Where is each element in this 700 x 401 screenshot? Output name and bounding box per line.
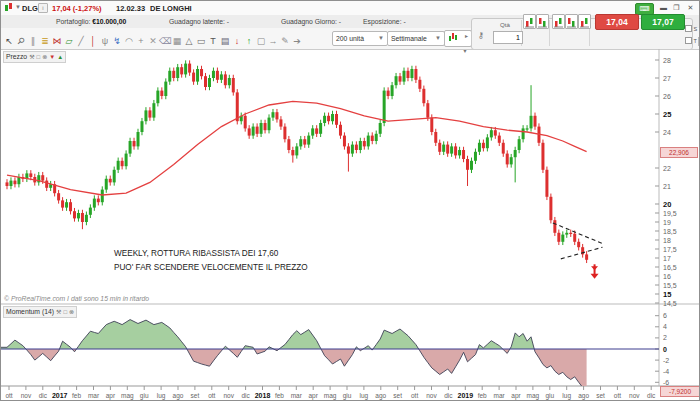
sell-limit-order-icon[interactable] xyxy=(523,14,536,29)
close-panel-icon[interactable]: ⊗ xyxy=(42,54,47,60)
chart-annotation-text: WEEKLY, ROTTURA RIBASSISTA DEI 17,60 PUO… xyxy=(114,247,308,274)
selection-zone-tool-icon[interactable]: ▢ xyxy=(255,33,267,49)
svg-text:14,5: 14,5 xyxy=(663,300,677,307)
annotation-tool-icon[interactable]: ▤ xyxy=(219,33,231,49)
sell-arrow-tool-icon[interactable]: ↓ xyxy=(231,33,243,49)
close-button[interactable]: ✕ xyxy=(685,3,696,12)
chevron-down-icon[interactable]: ▼ xyxy=(15,4,21,10)
triangle-pattern-tool-icon[interactable]: ⋈ xyxy=(51,33,63,49)
svg-text:28: 28 xyxy=(663,57,671,64)
svg-text:apr: apr xyxy=(106,392,116,400)
instrument-info-icon[interactable]: i xyxy=(38,3,48,13)
svg-text:set: set xyxy=(596,392,605,399)
svg-text:16: 16 xyxy=(663,273,671,280)
buy-limit-order-icon[interactable] xyxy=(536,14,549,29)
move-up-icon[interactable]: ▲ xyxy=(57,54,63,60)
price-panel-tag[interactable]: Prezzo⚒□⊗▼▲ xyxy=(3,51,66,63)
date-axis[interactable]: ottnovdic2017febmaraprmaggiulugagosetott… xyxy=(5,386,656,400)
quantity-input[interactable] xyxy=(493,31,523,44)
move-down-icon[interactable]: ▼ xyxy=(49,54,55,60)
collapse-trade-panel-icon[interactable]: ▸ xyxy=(465,32,468,39)
trash-tool-icon[interactable]: ▦ xyxy=(171,33,183,49)
svg-text:feb: feb xyxy=(478,392,487,399)
close-panel-icon[interactable]: ⊗ xyxy=(69,309,74,315)
svg-text:dic: dic xyxy=(241,392,250,399)
svg-text:2019: 2019 xyxy=(458,392,474,399)
pencil-tool-icon[interactable]: ✎ xyxy=(279,33,291,49)
svg-text:-4: -4 xyxy=(663,368,669,375)
rectangle-shape-tool-icon[interactable]: ▭ xyxy=(195,33,207,49)
order-key-icon[interactable]: ⚷ xyxy=(478,31,484,40)
exposure-stat[interactable]: Esposizione: - xyxy=(363,18,406,25)
delete-drawing-tool-icon[interactable]: ✕ xyxy=(147,33,159,49)
trading-platform-window: ▼ DLG i 17,04 (-1,27%) 12.02.33 DE LONGH… xyxy=(0,0,700,401)
latent-gain-stat[interactable]: Guadagno latente: - xyxy=(169,18,229,25)
svg-text:21: 21 xyxy=(663,183,671,190)
stop-loss-checkbox[interactable] xyxy=(685,25,692,32)
price-axis[interactable]: 282726252422212019,51918,51817,51716,516… xyxy=(655,57,677,307)
sell-market-button[interactable]: 17,04 xyxy=(595,14,639,30)
window-icon[interactable]: □ xyxy=(37,54,41,60)
cross-tool-icon[interactable]: + xyxy=(135,33,147,49)
svg-text:18,5: 18,5 xyxy=(663,228,677,235)
take-profit-setting[interactable]: T 10 % xyxy=(685,37,700,46)
triangle-shape-tool-icon[interactable]: △ xyxy=(183,33,195,49)
svg-text:lug: lug xyxy=(157,392,166,400)
last-price-change: 17,04 (-1,27%) xyxy=(52,4,102,13)
svg-text:lug: lug xyxy=(562,392,571,400)
ma-value-badge: 22,906 xyxy=(660,147,698,158)
zigzag-tool-icon[interactable]: ↯ xyxy=(111,33,123,49)
svg-text:lug: lug xyxy=(360,392,369,400)
horizontal-arrow-tool-icon[interactable]: → xyxy=(267,33,279,49)
svg-text:set: set xyxy=(191,392,200,399)
timeframe-select[interactable]: Settimanale▼ xyxy=(387,31,445,46)
buy-market-button[interactable]: 17,07 xyxy=(641,14,685,30)
pitchfork-tool-icon[interactable]: ψ xyxy=(99,33,111,49)
svg-text:6: 6 xyxy=(663,312,667,319)
svg-text:17,5: 17,5 xyxy=(663,246,677,253)
buy-stop-order-icon[interactable] xyxy=(565,14,578,29)
symbol-label[interactable]: DLG xyxy=(22,4,38,13)
momentum-panel-tag[interactable]: Momentum (14)⚒□⊗ xyxy=(3,306,77,318)
svg-text:nov: nov xyxy=(629,392,640,399)
trailing-stop-order-icon[interactable] xyxy=(578,14,591,29)
svg-text:mar: mar xyxy=(493,392,505,399)
units-select[interactable]: 200 unità▼ xyxy=(332,31,388,46)
keyboard-shortcuts-button[interactable]: ⌨ xyxy=(635,3,654,15)
sell-stop-order-icon[interactable] xyxy=(552,14,565,29)
svg-text:nov: nov xyxy=(426,392,437,399)
day-gain-stat[interactable]: Guadagno Giorno: - xyxy=(281,18,341,25)
wrench-icon[interactable]: ⚒ xyxy=(56,309,61,315)
svg-text:17: 17 xyxy=(663,255,671,262)
window-icon[interactable]: □ xyxy=(63,309,67,315)
svg-text:27: 27 xyxy=(663,75,671,82)
take-profit-checkbox[interactable] xyxy=(685,37,692,44)
channel-tool-icon[interactable]: ▱ xyxy=(63,33,75,49)
vertical-line-tool-icon[interactable]: │ xyxy=(87,33,99,49)
momentum-panel-label: Momentum (14) xyxy=(6,308,54,315)
arc-tool-icon[interactable]: ◠ xyxy=(123,33,135,49)
svg-text:mag: mag xyxy=(324,392,337,400)
forward-step-tool-icon[interactable]: ➔ xyxy=(291,33,303,49)
candles-layer xyxy=(6,60,589,263)
restore-button[interactable]: ❐ xyxy=(671,3,682,12)
svg-text:18: 18 xyxy=(663,237,671,244)
svg-text:mag: mag xyxy=(121,392,134,400)
qty-header: Qtà xyxy=(500,21,510,28)
stop-loss-setting[interactable]: S 10 % xyxy=(685,25,700,34)
eraser-tool-icon[interactable]: ⌫ xyxy=(159,33,171,49)
minimize-button[interactable]: ▬ xyxy=(658,3,669,12)
breakdown-arrow[interactable] xyxy=(591,264,599,278)
momentum-area xyxy=(1,320,587,393)
app-logo-icon xyxy=(4,3,14,12)
fibonacci-tool-icon[interactable]: ≣ xyxy=(39,33,51,49)
chart-canvas[interactable]: 282726252422212019,51918,51817,51716,516… xyxy=(1,49,700,401)
text-tool-icon[interactable]: T xyxy=(207,33,219,49)
svg-text:ott: ott xyxy=(411,392,418,399)
buy-arrow-tool-icon[interactable]: ↑ xyxy=(243,33,255,49)
svg-text:20: 20 xyxy=(663,200,671,209)
svg-text:giu: giu xyxy=(140,392,149,400)
wrench-icon[interactable]: ⚒ xyxy=(29,54,34,60)
trendline-tool-icon[interactable]: ╱ xyxy=(75,33,87,49)
price-panel-label: Prezzo xyxy=(6,53,27,60)
